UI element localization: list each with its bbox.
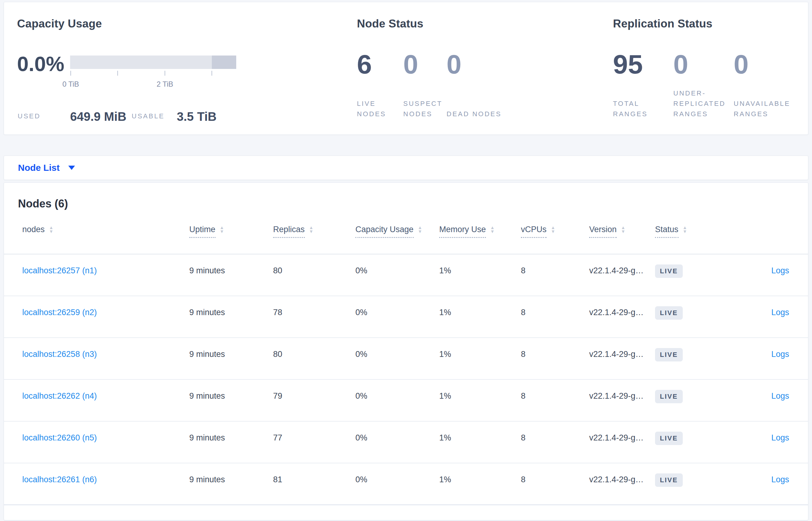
sort-icon[interactable]: ▲▼ (49, 225, 54, 233)
stat-value: 0 (673, 52, 734, 76)
memory-use-cell: 1% (439, 391, 521, 401)
stat-value: 6 (357, 52, 403, 76)
usable-value: 3.5 TiB (177, 110, 216, 122)
memory-use-cell: 1% (439, 433, 521, 443)
column-header-status[interactable]: Status▲▼ (655, 225, 721, 238)
logs-link[interactable]: Logs (771, 433, 789, 442)
stat-label: LIVE NODES (357, 98, 403, 119)
axis-tick-label: 2 TiB (147, 80, 183, 88)
nodes-table-panel: Nodes (6) nodes▲▼Uptime▲▼Replicas▲▼Capac… (4, 182, 808, 520)
table-row: localhost:26257 (n1)9 minutes800%1%8v22.… (4, 254, 808, 296)
table-row: localhost:26259 (n2)9 minutes780%1%8v22.… (4, 296, 808, 338)
axis-tick (165, 71, 165, 76)
status-badge: LIVE (655, 432, 683, 445)
usable-label: USABLE (132, 112, 165, 120)
stat-live-nodes: 6LIVE NODES (357, 52, 403, 119)
logs-link[interactable]: Logs (771, 475, 789, 484)
sort-icon[interactable]: ▲▼ (551, 225, 555, 233)
sort-icon[interactable]: ▲▼ (309, 225, 314, 233)
capacity-usage-section: Capacity Usage 0.0% 0 TiB 2 TiB USED 649… (17, 2, 352, 135)
column-header-label: Memory Use (439, 225, 486, 238)
node-link[interactable]: localhost:26259 (n2) (22, 308, 97, 317)
replication-status-stats: 95TOTAL RANGES0UNDER-REPLICATED RANGES0U… (613, 52, 812, 119)
stat-unavailable-ranges: 0UNAVAILABLE RANGES (734, 52, 812, 119)
node-status-section: Node Status 6LIVE NODES0SUSPECT NODES0DE… (357, 2, 607, 135)
stat-value: 0 (447, 52, 514, 76)
stat-label: UNAVAILABLE RANGES (734, 98, 812, 119)
uptime-cell: 9 minutes (189, 475, 273, 484)
column-header-memory-use[interactable]: Memory Use▲▼ (439, 225, 521, 238)
overview-panel: Capacity Usage 0.0% 0 TiB 2 TiB USED 649… (4, 2, 808, 135)
sort-icon[interactable]: ▲▼ (621, 225, 625, 233)
vcpus-cell: 8 (521, 349, 589, 359)
memory-use-cell: 1% (439, 266, 521, 275)
status-cell: LIVE (655, 308, 721, 320)
vcpus-cell: 8 (521, 433, 589, 443)
logs-link[interactable]: Logs (771, 266, 789, 275)
version-cell: v22.1.4-29-g… (589, 266, 655, 275)
stat-label: UNDER-REPLICATED RANGES (673, 88, 734, 119)
uptime-cell: 9 minutes (189, 349, 273, 359)
stat-suspect-nodes: 0SUSPECT NODES (403, 52, 447, 119)
vcpus-cell: 8 (521, 308, 589, 317)
memory-use-cell: 1% (439, 475, 521, 484)
status-badge: LIVE (655, 390, 683, 403)
replicas-cell: 81 (273, 475, 355, 484)
column-header-vcpus[interactable]: vCPUs▲▼ (521, 225, 589, 238)
version-cell: v22.1.4-29-g… (589, 433, 655, 443)
capacity-usage-cell: 0% (355, 433, 439, 443)
stat-value: 0 (734, 52, 812, 76)
status-cell: LIVE (655, 475, 721, 487)
nodes-table-title: Nodes (6) (18, 197, 808, 210)
column-header-nodes[interactable]: nodes▲▼ (22, 225, 189, 238)
memory-use-cell: 1% (439, 308, 521, 317)
node-cell: localhost:26258 (n3) (22, 349, 189, 359)
uptime-cell: 9 minutes (189, 391, 273, 401)
column-header-uptime[interactable]: Uptime▲▼ (189, 225, 273, 238)
sort-icon[interactable]: ▲▼ (220, 225, 224, 233)
node-link[interactable]: localhost:26260 (n5) (22, 433, 97, 442)
node-link[interactable]: localhost:26257 (n1) (22, 266, 97, 275)
sort-icon[interactable]: ▲▼ (683, 225, 687, 233)
logs-link[interactable]: Logs (771, 308, 789, 317)
vcpus-cell: 8 (521, 266, 589, 275)
view-selector-bar: Node List (4, 156, 808, 180)
node-list-dropdown-label: Node List (18, 163, 60, 173)
node-list-dropdown[interactable]: Node List (18, 163, 75, 173)
node-cell: localhost:26260 (n5) (22, 433, 189, 443)
column-header-capacity-usage[interactable]: Capacity Usage▲▼ (355, 225, 439, 238)
version-cell: v22.1.4-29-g… (589, 475, 655, 484)
capacity-usage-title: Capacity Usage (17, 17, 352, 30)
logs-cell: Logs (771, 433, 789, 443)
vcpus-cell: 8 (521, 475, 589, 484)
capacity-usage-bar (70, 55, 236, 69)
stat-total-ranges: 95TOTAL RANGES (613, 52, 673, 119)
column-header-label: vCPUs (521, 225, 547, 238)
capacity-usage-cell: 0% (355, 266, 439, 275)
stat-value: 95 (613, 52, 673, 76)
capacity-usage-cell: 0% (355, 391, 439, 401)
axis-tick-label: 0 TiB (52, 80, 89, 88)
table-body: localhost:26257 (n1)9 minutes800%1%8v22.… (4, 254, 808, 505)
sort-icon[interactable]: ▲▼ (418, 225, 423, 233)
capacity-usage-cell: 0% (355, 349, 439, 359)
capacity-used-usable-row: USED 649.9 MiB USABLE 3.5 TiB (17, 107, 352, 122)
axis-tick (70, 71, 71, 76)
column-header-replicas[interactable]: Replicas▲▼ (273, 225, 355, 238)
node-link[interactable]: localhost:26262 (n4) (22, 391, 97, 401)
node-link[interactable]: localhost:26258 (n3) (22, 349, 97, 359)
sort-icon[interactable]: ▲▼ (490, 225, 495, 233)
logs-link[interactable]: Logs (771, 349, 789, 359)
axis-tick (212, 71, 212, 76)
logs-link[interactable]: Logs (771, 391, 789, 401)
replicas-cell: 78 (273, 308, 355, 317)
uptime-cell: 9 minutes (189, 266, 273, 275)
status-cell: LIVE (655, 266, 721, 278)
capacity-usage-cell: 0% (355, 475, 439, 484)
logs-cell: Logs (771, 391, 789, 401)
version-cell: v22.1.4-29-g… (589, 349, 655, 359)
table-row: localhost:26258 (n3)9 minutes800%1%8v22.… (4, 338, 808, 380)
column-header-version[interactable]: Version▲▼ (589, 225, 655, 238)
stat-label: TOTAL RANGES (613, 98, 673, 119)
node-link[interactable]: localhost:26261 (n6) (22, 475, 97, 484)
